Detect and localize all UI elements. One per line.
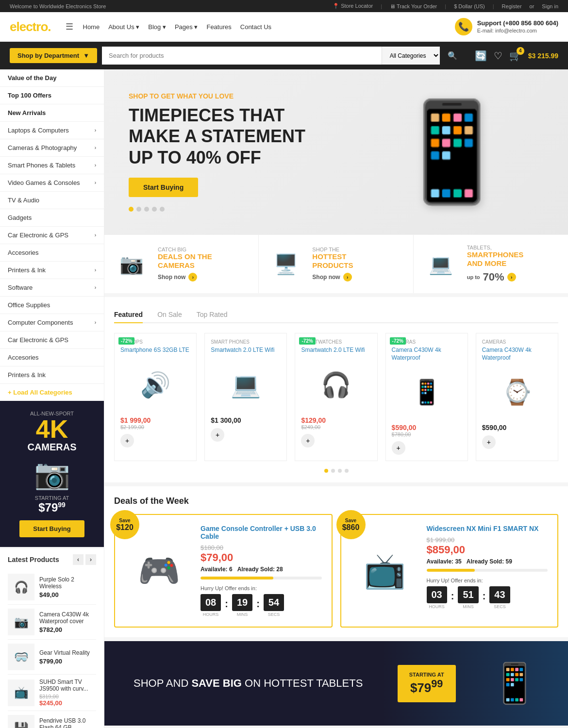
hero-cta-button[interactable]: Start Buying [129,178,198,197]
add-to-cart-1[interactable]: + [211,428,224,442]
nav-about[interactable]: About Us ▾ [108,23,139,31]
store-locator[interactable]: 📍 Store Locator [333,3,373,9]
latest-prev-button[interactable]: ‹ [73,554,84,565]
sidebar-item-tv[interactable]: TV & Audio [0,192,104,209]
deal-name-0[interactable]: Game Console Controller + USB 3.0 Cable [200,525,322,540]
latest-item-0: 🎧 Purple Solo 2 Wireless $49,00 [8,570,96,605]
product-card-0: -72% Laptops Smartphone 6S 32GB LTE 🔊 $1… [114,333,197,461]
product-name-2[interactable]: Smartwatch 2.0 LTE Wifi [301,347,371,354]
nav-blog[interactable]: Blog ▾ [148,23,166,31]
currency-selector[interactable]: $ Dollar (US) [454,3,485,9]
track-order[interactable]: 🖥 Track Your Order [390,3,437,9]
sidebar-item-accesories[interactable]: Accesories [0,244,104,262]
sidebar-item-car-electronic[interactable]: Car Electronic & GPS› [0,227,104,244]
sidebar-item-new-arrivals[interactable]: New Arrivals [0,104,104,122]
register-link[interactable]: Register [502,3,522,9]
promo-hottest-headline: HOTTESTPRODUCTS [312,252,353,270]
deal-hours-0: 08 HOURS [200,594,221,617]
deal-name-1[interactable]: Widescreen NX Mini F1 SMART NX [427,525,548,532]
nav-home[interactable]: Home [83,23,100,31]
promo-hottest-shop-now[interactable]: Shop now › [312,273,353,281]
product-dot-2[interactable] [331,469,335,473]
top100-link[interactable]: Top 100 Offers [0,87,104,104]
hamburger-menu[interactable]: ☰ [66,21,73,32]
add-to-cart-4[interactable]: + [482,435,496,449]
latest-item-4: 💾 Pendrive USB 3.0 Flash 64 GB $19,00 [8,711,96,728]
sidebar-item-top100[interactable]: Top 100 Offers [0,87,104,104]
shop-now-arrow-2: › [343,273,352,281]
new-arrivals-link[interactable]: New Arrivals [0,104,104,121]
latest-products-title: Latest Products [8,556,59,563]
sidebar-item-accesories2[interactable]: Accesories [0,349,104,366]
deal-info-0: Game Console Controller + USB 3.0 Cable … [200,525,322,617]
product-tabs: Featured On Sale Top Rated [114,307,558,323]
deal-info-1: Widescreen NX Mini F1 SMART NX $1 999,00… [427,525,548,617]
nav-contact[interactable]: Contact Us [240,23,271,31]
sidebar-item-laptops[interactable]: Laptops & Computers› [0,122,104,139]
sidebar-start-buying-button[interactable]: Start Buying [19,520,84,537]
product-badge-0: -72% [118,337,134,345]
deal-meta-0: Availavle: 6 Already Sold: 28 [200,566,322,573]
deal-price-0: $79,00 [200,551,322,564]
sidebar-item-car-gps2[interactable]: Car Electronic & GPS [0,331,104,349]
latest-next-button[interactable]: › [85,554,96,565]
product-price-0: $1 999,00 [120,416,190,424]
deal-progress-bar-0 [200,577,273,579]
promo-hottest-tagline: SHOP THE [312,247,353,252]
product-name-0[interactable]: Smartphone 6S 32GB LTE [120,347,190,354]
wishlist-icon[interactable]: ♡ [494,50,502,62]
hero-dot-2[interactable] [136,207,141,212]
products-section: Featured On Sale Top Rated -72% Laptops … [104,297,568,482]
deal-save-0: Save $120 [110,510,139,539]
sidebar-item-computer-components[interactable]: Computer Components› [0,314,104,331]
promo-camera-text: CATCH BIG DEALS ON THECAMERAS Shop now › [158,247,212,281]
sidebar-item-office[interactable]: Office Supplies [0,297,104,314]
product-dot-1[interactable] [324,469,328,473]
shop-by-department[interactable]: Shop by Department ▼ [10,48,97,63]
product-name-1[interactable]: Smartwatch 2.0 LTE Wifi [211,347,281,354]
refresh-icon[interactable]: 🔄 [475,50,487,62]
promo-banners: 📷 CATCH BIG DEALS ON THECAMERAS Shop now… [104,234,568,293]
sidebar-item-cameras[interactable]: Cameras & Photography› [0,139,104,157]
sidebar-item-software[interactable]: Software› [0,279,104,297]
load-all-categories[interactable]: + Load All Categories [0,384,104,401]
add-to-cart-0[interactable]: + [120,434,134,447]
sidebar-ad-price: $7999 [8,501,96,514]
sidebar-item-printers2[interactable]: Printers & Ink [0,366,104,384]
cart-icon[interactable]: 🛒 4 [509,50,521,62]
category-select[interactable]: All Categories [382,47,440,65]
search-input[interactable] [102,47,382,65]
promo-camera-shop-now[interactable]: Shop now › [158,273,212,281]
sidebar-item-smartphones[interactable]: Smart Phones & Tablets› [0,157,104,174]
hero-dot-3[interactable] [144,207,149,212]
nav-features[interactable]: Features [206,23,231,31]
promo-tablets-img: 💻 [421,247,460,281]
nav-pages[interactable]: Pages ▾ [175,23,198,31]
sidebar-menu: Value of the Day Top 100 Offers New Arri… [0,69,104,384]
logo[interactable]: electro. [10,19,51,34]
product-dot-4[interactable] [345,469,349,473]
sidebar-item-video-games[interactable]: Video Games & Consoles› [0,174,104,192]
shop-now-arrow-3: › [507,273,516,281]
product-name-4[interactable]: Camera C430W 4k Waterproof [482,347,552,362]
sign-in-link[interactable]: Sign in [542,3,558,9]
hero-dot-5[interactable] [160,207,165,212]
tab-featured[interactable]: Featured [114,307,143,323]
tab-on-sale[interactable]: On Sale [157,307,182,323]
promo-hottest-text: SHOP THE HOTTESTPRODUCTS Shop now › [312,247,353,281]
search-button[interactable]: 🔍 [440,47,465,65]
sidebar-item-value-of-day[interactable]: Value of the Day [0,69,104,87]
sidebar-item-gadgets[interactable]: Gadgets [0,209,104,227]
sidebar-item-printers[interactable]: Printers & Ink› [0,262,104,279]
tab-top-rated[interactable]: Top Rated [197,307,228,323]
value-of-day-link[interactable]: Value of the Day [0,69,104,86]
products-grid: -72% Laptops Smartphone 6S 32GB LTE 🔊 $1… [114,333,558,461]
add-to-cart-2[interactable]: + [301,434,315,447]
product-name-3[interactable]: Camera C430W 4k Waterproof [392,347,462,362]
hero-dot-1[interactable] [129,207,134,212]
add-to-cart-3[interactable]: + [392,441,405,455]
hero-dot-4[interactable] [152,207,157,212]
camera-emoji: 📷 [8,457,96,491]
product-dot-3[interactable] [338,469,342,473]
promo-camera-img: 📷 [112,247,151,281]
